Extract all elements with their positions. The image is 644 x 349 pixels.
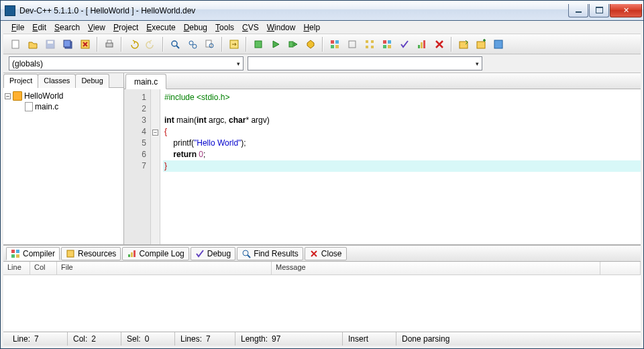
status-col: 2 [91, 334, 96, 344]
step-into-button[interactable] [362, 36, 378, 52]
redo-button[interactable] [143, 36, 159, 52]
svg-rect-32 [423, 40, 425, 48]
compiler-output[interactable]: Line Col File Message [3, 262, 641, 332]
close-button[interactable]: ✕ [610, 4, 642, 17]
rebuild-button[interactable] [303, 36, 319, 52]
output-panel: CompilerResourcesCompile LogDebugFind Re… [3, 245, 641, 332]
source-text[interactable]: #include <stdio.h>int main(int argc, cha… [160, 89, 641, 244]
project-icon [13, 91, 22, 101]
close-file-button[interactable] [77, 36, 93, 52]
svg-rect-28 [383, 45, 386, 48]
step-over-button[interactable] [344, 36, 360, 52]
svg-rect-30 [418, 45, 420, 48]
maximize-button[interactable] [589, 4, 609, 17]
print-button[interactable] [101, 36, 117, 52]
new-project-button[interactable] [455, 36, 472, 52]
svg-rect-40 [67, 250, 74, 257]
find-in-files-button[interactable] [202, 36, 218, 52]
svg-rect-38 [11, 254, 15, 258]
output-tab-debug[interactable]: Debug [191, 247, 235, 260]
run-button[interactable] [268, 36, 284, 52]
col-col[interactable]: Col [30, 262, 57, 275]
compile-run-button[interactable] [285, 36, 301, 52]
output-tab-compile-log[interactable]: Compile Log [122, 247, 189, 260]
svg-rect-24 [366, 46, 368, 48]
title-bar[interactable]: Dev-C++ 5.1.1.0 - [ HelloWorld ] - Hello… [1, 1, 643, 21]
menu-project[interactable]: Project [109, 21, 142, 34]
output-tab-find-results[interactable]: Find Results [237, 247, 303, 260]
fold-gutter[interactable]: − [151, 89, 160, 244]
globals-combo[interactable]: (globals) ▾ [9, 56, 244, 70]
menu-cvs[interactable]: CVS [238, 21, 263, 34]
code-editor[interactable]: 1234567 − #include <stdio.h>int main(int… [124, 89, 641, 244]
status-lines-label: Lines: [180, 334, 202, 344]
goto-line-button[interactable] [226, 36, 242, 52]
col-extra[interactable] [600, 262, 641, 275]
svg-rect-43 [133, 250, 136, 257]
menu-view[interactable]: View [84, 21, 109, 34]
new-file-button[interactable] [7, 36, 23, 52]
save-button[interactable] [42, 36, 58, 52]
toolbar-main [3, 34, 641, 54]
step-out-button[interactable] [379, 36, 395, 52]
menu-window[interactable]: Window [263, 21, 300, 34]
tree-item-label: main.c [35, 102, 58, 111]
window-title: Dev-C++ 5.1.1.0 - [ HelloWorld ] - Hello… [19, 6, 568, 15]
side-tab-debug[interactable]: Debug [75, 74, 109, 88]
tree-item[interactable]: main.c [5, 101, 122, 112]
svg-rect-22 [366, 40, 368, 43]
save-all-button[interactable] [60, 36, 76, 52]
undo-button[interactable] [125, 36, 142, 52]
menu-bar: FileEditSearchViewProjectExecuteDebugToo… [3, 21, 641, 34]
svg-rect-26 [383, 40, 386, 44]
status-lines: 7 [206, 334, 211, 344]
col-line[interactable]: Line [3, 262, 30, 275]
col-message[interactable]: Message [272, 262, 600, 275]
minimize-button[interactable] [568, 4, 588, 17]
svg-rect-34 [477, 42, 485, 48]
editor-tab[interactable]: main.c [125, 74, 166, 89]
menu-debug[interactable]: Debug [180, 21, 211, 34]
replace-button[interactable] [184, 36, 201, 52]
output-tabs: CompilerResourcesCompile LogDebugFind Re… [3, 246, 641, 262]
svg-rect-18 [335, 40, 339, 44]
compile-button[interactable] [250, 36, 266, 52]
output-tab-resources[interactable]: Resources [61, 247, 121, 260]
menu-execute[interactable]: Execute [142, 21, 179, 34]
line-gutter: 1234567 [124, 89, 151, 244]
tree-root[interactable]: − HelloWorld [5, 91, 122, 101]
side-tab-project[interactable]: Project [3, 74, 38, 88]
side-tab-classes[interactable]: Classes [38, 74, 76, 88]
menu-file[interactable]: File [7, 21, 28, 34]
class-browser-bar: (globals) ▾ ▾ [3, 54, 641, 73]
find-button[interactable] [167, 36, 183, 52]
svg-rect-4 [64, 40, 70, 47]
collapse-icon[interactable]: − [5, 93, 11, 99]
debug-button[interactable] [327, 36, 343, 52]
svg-rect-25 [371, 46, 374, 48]
tab-icon [241, 249, 251, 258]
menu-tools[interactable]: Tools [211, 21, 238, 34]
project-tree[interactable]: − HelloWorld main.c [3, 88, 123, 244]
svg-rect-36 [11, 250, 15, 253]
svg-rect-29 [388, 45, 391, 48]
members-combo[interactable]: ▾ [248, 56, 482, 70]
status-message: Done parsing [402, 334, 449, 344]
project-options-button[interactable] [490, 36, 506, 52]
svg-rect-19 [331, 45, 334, 48]
tab-icon [309, 249, 319, 258]
menu-edit[interactable]: Edit [28, 21, 50, 34]
menu-help[interactable]: Help [299, 21, 324, 34]
add-file-button[interactable] [473, 36, 489, 52]
svg-point-11 [193, 44, 197, 48]
col-file[interactable]: File [57, 262, 272, 275]
debug-check-button[interactable] [396, 36, 413, 52]
output-tab-compiler[interactable]: Compiler [6, 247, 60, 260]
menu-search[interactable]: Search [50, 21, 84, 34]
output-tab-close[interactable]: Close [305, 247, 347, 260]
svg-point-44 [243, 250, 248, 256]
svg-rect-15 [255, 41, 262, 48]
stop-debug-button[interactable] [431, 36, 447, 52]
open-file-button[interactable] [25, 36, 41, 52]
profile-button[interactable] [414, 36, 430, 52]
